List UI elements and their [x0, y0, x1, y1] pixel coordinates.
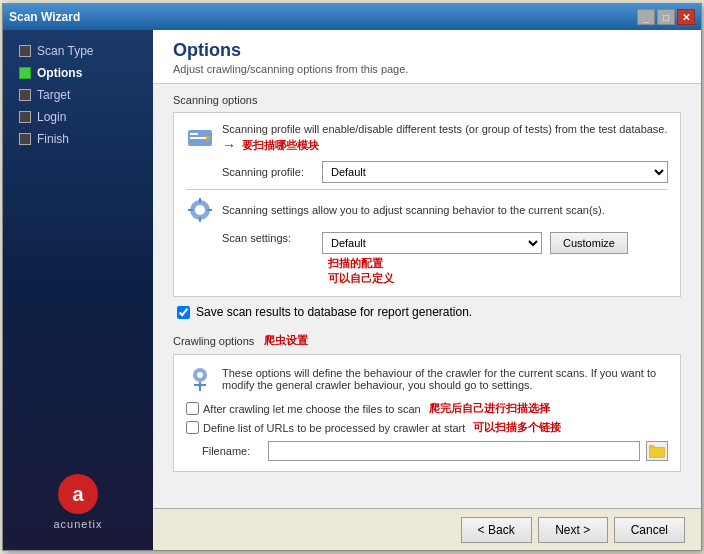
svg-point-5 [195, 205, 205, 215]
define-urls-checkbox[interactable] [186, 421, 199, 434]
nav-label-scan-type: Scan Type [37, 44, 93, 58]
svg-rect-14 [650, 448, 664, 457]
nav-label-target: Target [37, 88, 70, 102]
nav-label-login: Login [37, 110, 66, 124]
logo-text: acunetix [54, 518, 103, 530]
save-results-checkbox[interactable] [177, 306, 190, 319]
settings-annotation-block: 扫描的配置 可以自己定义 [322, 256, 628, 286]
profile-arrow: → [222, 137, 236, 153]
scan-wizard-window: Scan Wizard _ □ ✕ Scan Type Options Targ [2, 3, 702, 551]
svg-rect-9 [207, 209, 212, 211]
sidebar-item-login[interactable]: Login [13, 106, 143, 128]
define-urls-annotation: 可以扫描多个链接 [473, 420, 561, 435]
profile-icon [186, 124, 214, 152]
divider-1 [186, 189, 668, 190]
after-crawl-checkbox[interactable] [186, 402, 199, 415]
settings-field-label: Scan settings: [222, 232, 312, 244]
scanning-section-title: Scanning options [173, 94, 681, 106]
window-title: Scan Wizard [9, 10, 80, 24]
crawl-desc-row: These options will define the behaviour … [186, 365, 668, 393]
crawling-section: Crawling options 爬虫设置 [173, 333, 681, 472]
close-button[interactable]: ✕ [677, 9, 695, 25]
profile-desc-block: Scanning profile will enable/disable dif… [222, 123, 668, 153]
filename-label: Filename: [202, 445, 262, 457]
settings-annotation2: 可以自己定义 [328, 271, 628, 286]
settings-annotation: 扫描的配置 [328, 256, 628, 271]
filename-input[interactable] [268, 441, 640, 461]
profile-annotation: 要扫描哪些模块 [242, 138, 319, 153]
panel-footer: < Back Next > Cancel [153, 508, 701, 550]
crawling-annotation: 爬虫设置 [264, 333, 308, 348]
save-results-label: Save scan results to database for report… [196, 305, 472, 319]
crawl-desc: These options will define the behaviour … [222, 367, 668, 391]
profile-row: Scanning profile will enable/disable dif… [186, 123, 668, 153]
nav-indicator-login [19, 111, 31, 123]
sidebar: Scan Type Options Target Login Finish [3, 30, 153, 550]
panel-title: Options [173, 40, 681, 61]
customize-button[interactable]: Customize [550, 232, 628, 254]
maximize-button[interactable]: □ [657, 9, 675, 25]
profile-annotation-block: → 要扫描哪些模块 [222, 137, 668, 153]
sidebar-item-options[interactable]: Options [13, 62, 143, 84]
profile-field-label: Scanning profile: [222, 166, 312, 178]
scanning-options-section: Scanning options [173, 94, 681, 319]
settings-icon [186, 196, 214, 224]
window-controls: _ □ ✕ [637, 9, 695, 25]
crawling-section-title: Crawling options [173, 335, 254, 347]
svg-rect-1 [190, 133, 198, 135]
sidebar-logo: a acunetix [54, 474, 103, 530]
svg-point-11 [197, 372, 203, 378]
panel-header: Options Adjust crawling/scanning options… [153, 30, 701, 84]
svg-rect-7 [199, 217, 201, 222]
define-urls-label: Define list of URLs to be processed by c… [203, 422, 465, 434]
back-button[interactable]: < Back [461, 517, 532, 543]
svg-rect-6 [199, 198, 201, 203]
save-checkbox-row: Save scan results to database for report… [177, 305, 681, 319]
main-panel: Options Adjust crawling/scanning options… [153, 30, 701, 550]
nav-label-options: Options [37, 66, 82, 80]
panel-body: Scanning options [153, 84, 701, 508]
nav-indicator-options [19, 67, 31, 79]
folder-button[interactable] [646, 441, 668, 461]
sidebar-item-finish[interactable]: Finish [13, 128, 143, 150]
crawling-body: These options will define the behaviour … [173, 354, 681, 472]
next-button[interactable]: Next > [538, 517, 608, 543]
content-area: Scan Type Options Target Login Finish [3, 30, 701, 550]
crawling-options: After crawling let me choose the files t… [186, 401, 668, 461]
sidebar-item-scan-type[interactable]: Scan Type [13, 40, 143, 62]
nav-label-finish: Finish [37, 132, 69, 146]
settings-field-row: Scan settings: Default Custom Customize [222, 232, 668, 286]
after-crawl-label: After crawling let me choose the files t… [203, 403, 421, 415]
minimize-button[interactable]: _ [637, 9, 655, 25]
profile-desc: Scanning profile will enable/disable dif… [222, 123, 668, 135]
crawling-header: Crawling options 爬虫设置 [173, 333, 681, 348]
profile-field-row: Scanning profile: Default Full scan Cust… [222, 161, 668, 183]
svg-rect-2 [190, 137, 206, 139]
sidebar-item-target[interactable]: Target [13, 84, 143, 106]
settings-desc: Scanning settings allow you to adjust sc… [222, 204, 668, 216]
crawl-icon [186, 365, 214, 393]
settings-row: Scanning settings allow you to adjust sc… [186, 196, 668, 224]
cancel-button[interactable]: Cancel [614, 517, 685, 543]
nav-indicator-finish [19, 133, 31, 145]
filename-row: Filename: [202, 441, 668, 461]
title-bar: Scan Wizard _ □ ✕ [3, 4, 701, 30]
nav-indicator-target [19, 89, 31, 101]
svg-rect-8 [188, 209, 193, 211]
define-urls-row: Define list of URLs to be processed by c… [186, 420, 668, 435]
after-crawl-annotation: 爬完后自己进行扫描选择 [429, 401, 550, 416]
logo-icon: a [58, 474, 98, 514]
sidebar-nav: Scan Type Options Target Login Finish [3, 40, 153, 150]
panel-subtitle: Adjust crawling/scanning options from th… [173, 63, 681, 75]
scanning-section-body: Scanning profile will enable/disable dif… [173, 112, 681, 297]
scan-settings-select[interactable]: Default Custom [322, 232, 542, 254]
nav-indicator-scan-type [19, 45, 31, 57]
after-crawl-row: After crawling let me choose the files t… [186, 401, 668, 416]
scanning-profile-select[interactable]: Default Full scan Custom [322, 161, 668, 183]
